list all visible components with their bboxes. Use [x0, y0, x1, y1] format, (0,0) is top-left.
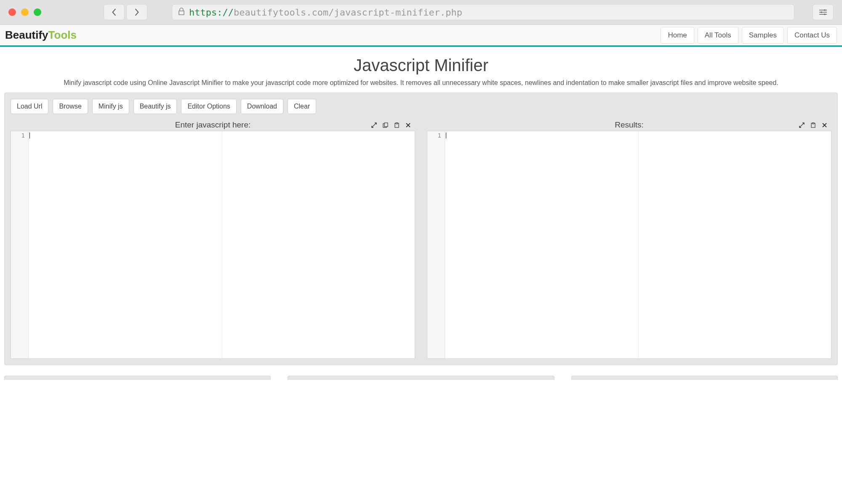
footer-stub [571, 376, 838, 380]
window-minimize-button[interactable] [21, 8, 29, 16]
expand-icon[interactable] [797, 120, 807, 130]
svg-rect-7 [384, 123, 388, 127]
toolbar: Load Url Browse Minify js Beautify js Ed… [11, 99, 831, 114]
output-pane-title: Results: [427, 120, 831, 130]
window-controls [8, 8, 41, 16]
browse-button[interactable]: Browse [53, 99, 88, 114]
nav-all-tools[interactable]: All Tools [698, 27, 738, 44]
logo-part1: Beautify [5, 29, 48, 41]
address-bar[interactable]: https://beautifytools.com/javascript-min… [172, 4, 794, 20]
clear-button[interactable]: Clear [288, 99, 316, 114]
copy-icon[interactable] [380, 120, 391, 130]
footer-stub [288, 376, 554, 380]
download-button[interactable]: Download [241, 99, 283, 114]
editor-options-button[interactable]: Editor Options [181, 99, 236, 114]
url-host: beautifytools.com [234, 7, 328, 18]
footer-stubs [4, 376, 838, 380]
tool-container: Load Url Browse Minify js Beautify js Ed… [4, 93, 838, 365]
svg-point-3 [824, 9, 826, 11]
input-code-area[interactable] [29, 131, 415, 358]
header-nav: Home All Tools Samples Contact Us [657, 27, 837, 44]
footer-stub [4, 376, 271, 380]
url-path: /javascript-minifier.php [328, 7, 462, 18]
site-header: BeautifyTools Home All Tools Samples Con… [0, 25, 842, 47]
browser-chrome: https://beautifytools.com/javascript-min… [0, 0, 842, 25]
nav-home[interactable]: Home [661, 27, 694, 44]
line-number: 1 [427, 132, 441, 139]
editor-panes: Enter javascript here: [11, 119, 831, 359]
nav-samples[interactable]: Samples [742, 27, 784, 44]
nav-contact[interactable]: Contact Us [787, 27, 837, 44]
input-pane: Enter javascript here: [11, 119, 415, 359]
beautify-button[interactable]: Beautify js [133, 99, 177, 114]
browser-menu-button[interactable] [813, 4, 834, 20]
cursor [446, 133, 446, 138]
site-logo[interactable]: BeautifyTools [5, 29, 77, 42]
output-pane-header: Results: [427, 119, 831, 131]
expand-icon[interactable] [369, 120, 379, 130]
svg-rect-11 [813, 122, 814, 124]
close-icon[interactable] [819, 120, 830, 130]
browser-forward-button[interactable] [126, 4, 147, 20]
input-pane-title: Enter javascript here: [11, 120, 415, 130]
output-pane: Results: 1 [427, 119, 831, 359]
page-description: Minify javascript code using Online Java… [0, 79, 842, 87]
input-gutter: 1 [11, 131, 29, 358]
cursor [29, 133, 30, 138]
output-gutter: 1 [427, 131, 445, 358]
browser-back-button[interactable] [104, 4, 125, 20]
browser-nav-buttons [104, 4, 147, 20]
window-zoom-button[interactable] [34, 8, 41, 16]
svg-point-4 [821, 11, 822, 13]
input-pane-header: Enter javascript here: [11, 119, 415, 131]
window-close-button[interactable] [8, 8, 16, 16]
output-code-area[interactable] [445, 131, 831, 358]
page-title: Javascript Minifier [0, 56, 842, 75]
close-icon[interactable] [403, 120, 413, 130]
output-editor[interactable]: 1 [427, 131, 831, 359]
line-number: 1 [11, 132, 25, 139]
input-editor[interactable]: 1 [11, 131, 415, 359]
logo-part2: Tools [48, 29, 77, 41]
url-text: https://beautifytools.com/javascript-min… [189, 7, 462, 18]
url-protocol: https:// [189, 7, 234, 18]
paste-icon[interactable] [808, 120, 818, 130]
print-margin [638, 131, 639, 358]
svg-point-5 [824, 13, 826, 15]
print-margin [222, 131, 222, 358]
input-pane-actions [369, 120, 413, 130]
minify-button[interactable]: Minify js [92, 99, 129, 114]
svg-rect-9 [396, 122, 398, 124]
output-pane-actions [797, 120, 830, 130]
paste-icon[interactable] [392, 120, 402, 130]
load-url-button[interactable]: Load Url [11, 99, 48, 114]
lock-icon [178, 8, 185, 17]
